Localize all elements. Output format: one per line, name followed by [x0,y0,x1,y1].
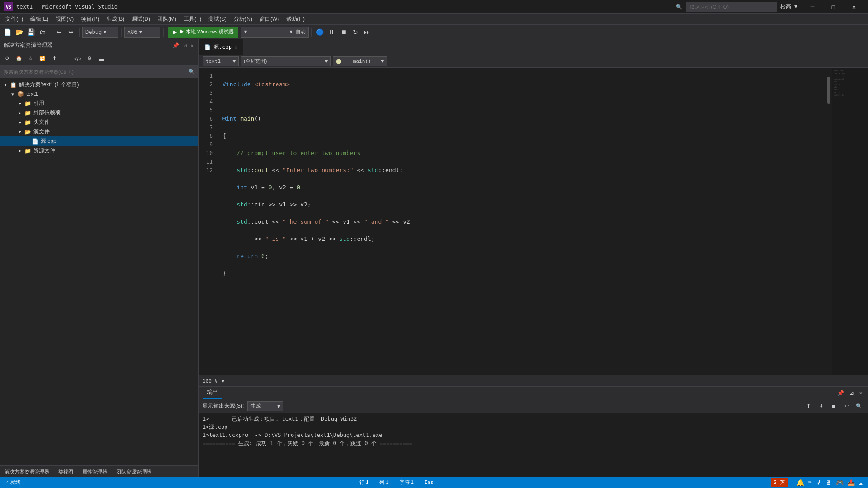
toolbar-open[interactable]: 📂 [14,27,24,38]
toolbar-debug-1[interactable]: ⏸ [326,27,337,38]
res-arrow[interactable]: ▶ [16,148,24,153]
hdr-arrow[interactable]: ▶ [16,120,24,125]
platform-dropdown[interactable]: x86 ▼ [124,27,160,38]
tree-project[interactable]: ▼ 📦 text1 [0,89,198,99]
menu-analyze[interactable]: 分析(N) [230,14,256,24]
toolbar-undo[interactable]: ↩ [54,27,65,38]
restore-button[interactable]: ❐ [823,0,844,14]
se-btn-5[interactable]: ⬆ [49,53,60,64]
nav-project-dropdown[interactable]: text1 ▼ [203,56,239,66]
menu-tools[interactable]: 工具(T) [180,14,205,24]
ref-arrow[interactable]: ▶ [16,101,24,106]
se-btn-filter[interactable]: ▬ [96,53,107,64]
se-btn-1[interactable]: ⟳ [2,53,13,64]
toolbar-breakpoint[interactable]: 🔵 [315,27,326,38]
close-button[interactable]: ✕ [844,0,864,14]
tree-source-cpp[interactable]: 📄 源.cpp [0,136,198,146]
se-btn-settings[interactable]: ⚙ [84,53,95,64]
status-ready[interactable]: ✓ 就绪 [4,479,22,486]
src-arrow[interactable]: ▼ [16,129,24,134]
zoom-dropdown[interactable]: ▼ [219,377,226,385]
toolbar-debug-4[interactable]: ⏭ [362,27,373,38]
toolbar-debug-2[interactable]: ⏹ [338,27,349,38]
output-pin2[interactable]: ⊿ [848,389,856,397]
menu-edit[interactable]: 编辑(E) [27,14,52,24]
se-tab-team[interactable]: 团队资源管理器 [112,467,156,477]
toolbar-new[interactable]: 📄 [2,27,13,38]
se-btn-3[interactable]: ☆ [25,53,36,64]
menu-test[interactable]: 测试(S) [205,14,230,24]
code-line-5: // prompt user to enter two numbers [222,149,820,157]
minimize-button[interactable]: ─ [802,0,823,14]
tree-ext-deps[interactable]: ▶ 📁 外部依赖项 [0,108,198,117]
se-btn-2[interactable]: 🏠 [14,53,24,64]
se-btn-code[interactable]: </> [72,53,83,64]
solution-arrow[interactable]: ▼ [2,82,9,87]
status-row[interactable]: 行 1 [358,479,370,486]
menu-file[interactable]: 文件(F) [2,14,27,24]
output-source-dropdown[interactable]: 生成 ▼ [247,401,283,411]
editor-tab-source-cpp[interactable]: 📄 源.cpp ✕ [199,39,243,55]
output-btn-2[interactable]: ⬇ [816,401,826,412]
se-close[interactable]: ✕ [190,42,195,50]
zoom-level[interactable]: 100 % [203,378,217,384]
status-col[interactable]: 列 1 [377,479,390,486]
output-btn-wrap[interactable]: ↩ [841,401,852,412]
se-search-input[interactable] [4,69,189,75]
editor-scrollbar[interactable] [826,68,832,375]
se-btn-6[interactable]: ⋯ [61,53,71,64]
output-tab[interactable]: 输出 [203,387,222,399]
debug-config-arrow: ▼ [104,29,106,34]
se-tab-explorer[interactable]: 解决方案资源管理器 [0,467,54,477]
tree-resources[interactable]: ▶ 📁 资源文件 [0,146,198,155]
menu-build[interactable]: 生成(B) [103,14,128,24]
project-icon: 📦 [16,90,24,98]
tab-close-btn[interactable]: ✕ [235,45,237,50]
quick-launch-input[interactable] [686,2,777,12]
nav-scope-dropdown[interactable]: (全局范围) ▼ [241,56,331,66]
code-line-4: { [222,131,820,140]
se-tab-class[interactable]: 类视图 [54,467,78,477]
code-content[interactable]: #include <iostream> ⊟int main() { // pro… [217,68,826,375]
status-ins[interactable]: Ins [423,479,435,486]
menu-debug[interactable]: 调试(D) [128,14,154,24]
menu-project[interactable]: 项目(P) [77,14,103,24]
ext-arrow[interactable]: ▶ [16,110,24,115]
toolbar-debug-3[interactable]: ↻ [350,27,361,38]
tree-references[interactable]: ▶ 📁 引用 [0,99,198,108]
output-btn-1[interactable]: ⬆ [803,401,814,412]
project-arrow[interactable]: ▼ [9,92,16,97]
title-bar: VS text1 - Microsoft Visual Studio 🔍 松高 … [0,0,868,14]
menu-team[interactable]: 团队(M) [154,14,180,24]
output-scrollbar[interactable] [862,413,868,477]
toolbar-save-all[interactable]: 🗂 [37,27,48,38]
tree-solution[interactable]: ▼ 📋 解决方案'text1'(1 个项目) [0,80,198,89]
se-pin2[interactable]: ⊿ [182,42,188,50]
code-line-10: << " is " << v1 + v2 << std::endl; [222,235,820,243]
toolbar-redo[interactable]: ↪ [66,27,76,38]
user-name[interactable]: 松高 ▼ [780,3,797,10]
run-button[interactable]: ▶ ▶ 本地 Windows 调试器 [168,27,238,38]
debug-config-dropdown[interactable]: Debug ▼ [82,27,118,38]
output-close[interactable]: ✕ [858,389,864,397]
se-tab-props[interactable]: 属性管理器 [78,467,112,477]
toolbar-save[interactable]: 💾 [25,27,36,38]
attach-target-dropdown[interactable]: ▼ ▼ 自动 [241,27,309,38]
output-line-2: 1>源.cpp [203,423,858,431]
status-char[interactable]: 字符 1 [398,479,415,486]
menu-window[interactable]: 窗口(W) [256,14,283,24]
se-pin[interactable]: 📌 [171,42,180,50]
tree-headers[interactable]: ▶ 📁 头文件 [0,117,198,127]
output-pin[interactable]: 📌 [835,389,846,397]
output-source-value: 生成 [250,402,261,410]
se-btn-4[interactable]: 🔁 [37,53,48,64]
menu-view[interactable]: 视图(V) [52,14,77,24]
output-btn-filter[interactable]: 🔍 [854,401,864,412]
separator-5 [311,28,312,37]
tree-sources[interactable]: ▼ 📂 源文件 [0,127,198,136]
status-ime[interactable]: S 英 [771,478,787,487]
se-title: 解决方案资源管理器 [4,42,171,49]
menu-help[interactable]: 帮助(H) [283,14,308,24]
output-btn-3[interactable]: ⏹ [828,401,839,412]
nav-symbol-dropdown[interactable]: ⬤ main() ▼ [333,56,387,66]
